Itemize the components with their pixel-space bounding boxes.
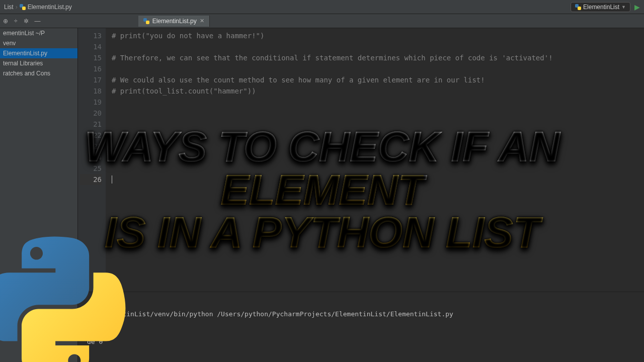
console-path: ts/ElementinList/venv/bin/python /Users/…	[87, 310, 635, 318]
run-config-selector[interactable]: ElementinList ▼	[571, 2, 630, 12]
code-line	[112, 108, 553, 119]
tab-file[interactable]: ElementinList.py ✕	[138, 16, 210, 27]
hide-icon[interactable]: —	[35, 18, 41, 25]
code-line	[112, 41, 553, 52]
gear-icon[interactable]: ✲	[24, 18, 29, 25]
code-line	[112, 152, 553, 163]
code-line	[112, 63, 553, 74]
project-sidebar: ementinList ~/P venv ElementinList.py te…	[0, 28, 78, 362]
sidebar-item-scratches[interactable]: ratches and Cons	[0, 68, 77, 78]
play-icon[interactable]: ▶	[634, 3, 640, 11]
run-console: ts/ElementinList/venv/bin/python /Users/…	[78, 292, 644, 362]
breadcrumb: List › ElementinList.py	[4, 4, 72, 11]
python-config-icon	[575, 4, 581, 10]
python-tab-icon	[143, 18, 149, 24]
breadcrumb-file[interactable]: ElementinList.py	[28, 4, 72, 11]
chevron-down-icon: ▼	[621, 5, 626, 10]
sidebar-item-venv[interactable]: venv	[0, 38, 77, 48]
code-line: # We could also use the count method to …	[112, 74, 553, 85]
code-line	[112, 174, 553, 185]
console-exit: de 0	[87, 338, 635, 345]
sidebar-item-file[interactable]: ElementinList.py	[0, 48, 77, 58]
code-line	[112, 130, 553, 141]
run-config-area: ElementinList ▼ ▶	[571, 2, 640, 12]
sidebar-item-external[interactable]: ternal Libraries	[0, 58, 77, 68]
python-file-icon	[20, 4, 26, 10]
collapse-icon[interactable]: ÷	[14, 18, 18, 25]
side-toolbar: ⊕ ÷ ✲ — ElementinList.py ✕	[0, 14, 644, 28]
chevron-right-icon: ›	[16, 4, 18, 11]
close-icon[interactable]: ✕	[200, 18, 204, 24]
code-line: # Therefore, we can see that the conditi…	[112, 52, 553, 63]
code-line	[112, 119, 553, 130]
code-line	[112, 163, 553, 174]
run-config-name: ElementinList	[583, 4, 619, 11]
tab-label: ElementinList.py	[152, 18, 197, 25]
code-line: # print(tool_list.count("hammer"))	[112, 85, 553, 97]
title-bar: List › ElementinList.py ElementinList ▼ …	[0, 0, 644, 14]
code-line: # print("you do not have a hammer!")	[112, 30, 553, 41]
breadcrumb-root[interactable]: List	[4, 4, 14, 11]
target-icon[interactable]: ⊕	[3, 18, 8, 25]
code-line	[112, 97, 553, 108]
code-line	[112, 141, 553, 152]
sidebar-item-project[interactable]: ementinList ~/P	[0, 28, 77, 38]
